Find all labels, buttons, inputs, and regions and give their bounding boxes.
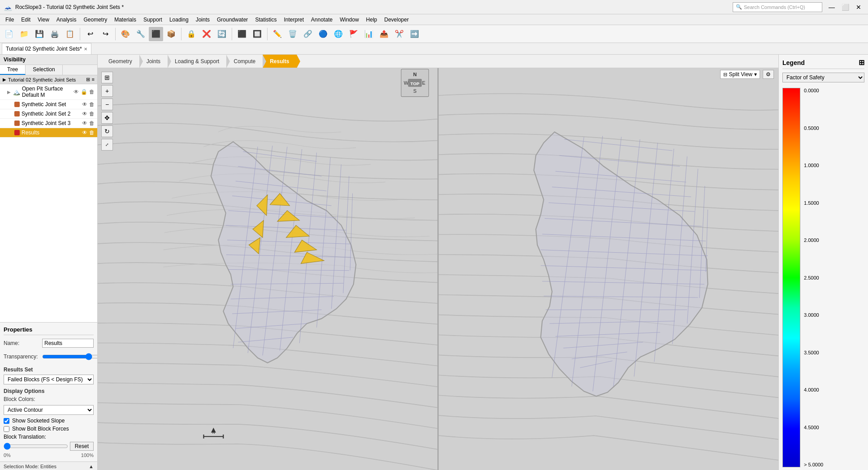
tb-circle[interactable]: 🔵 bbox=[316, 27, 330, 41]
eye-icon[interactable]: 👁 bbox=[82, 129, 87, 136]
tb-cut[interactable]: ✂️ bbox=[392, 27, 406, 41]
doc-tab-close[interactable]: ✕ bbox=[84, 47, 87, 52]
trash-icon[interactable]: 🗑 bbox=[89, 101, 95, 108]
menu-analysis[interactable]: Analysis bbox=[53, 16, 80, 24]
project-menu-icon[interactable]: ≡ bbox=[92, 77, 95, 82]
tb-close-sel[interactable]: ❌ bbox=[199, 27, 214, 41]
nav-loading[interactable]: Loading & Support bbox=[168, 55, 226, 68]
close-button[interactable]: ✕ bbox=[853, 3, 864, 12]
split-view-dropdown[interactable]: ▾ bbox=[754, 71, 757, 78]
maximize-button[interactable]: ⬜ bbox=[839, 3, 851, 12]
menu-joints[interactable]: Joints bbox=[192, 16, 213, 24]
zoom-in-btn[interactable]: + bbox=[101, 85, 113, 97]
reset-button[interactable]: Reset bbox=[70, 442, 94, 451]
menu-support[interactable]: Support bbox=[140, 16, 166, 24]
tb-undo[interactable]: ↩ bbox=[83, 27, 97, 41]
tb-color[interactable]: 🎨 bbox=[118, 27, 133, 41]
menu-developer[interactable]: Developer bbox=[381, 16, 413, 24]
nav-geometry[interactable]: Geometry bbox=[101, 55, 139, 68]
tb-arrow[interactable]: ➡️ bbox=[407, 27, 422, 41]
menu-interpret[interactable]: Interpret bbox=[280, 16, 307, 24]
eye-icon[interactable]: 👁 bbox=[82, 101, 87, 108]
tb-mesh[interactable]: 🔲 bbox=[250, 27, 264, 41]
transparency-slider[interactable] bbox=[42, 353, 97, 360]
expand-viewport-btn[interactable]: ⤢ bbox=[101, 139, 113, 151]
tb-flag[interactable]: 🚩 bbox=[346, 27, 361, 41]
block-colors-select[interactable]: Active Contour bbox=[4, 405, 94, 415]
lock-icon[interactable]: 🔒 bbox=[81, 89, 87, 95]
selection-mode-expand[interactable]: ▲ bbox=[89, 464, 94, 469]
surface-label: Open Pit Surface Default M bbox=[22, 86, 72, 98]
menu-geometry[interactable]: Geometry bbox=[80, 16, 111, 24]
tb-redo[interactable]: ↪ bbox=[98, 27, 112, 41]
results-set-select[interactable]: Failed Blocks (FS < Design FS) bbox=[4, 375, 94, 384]
menu-groundwater[interactable]: Groundwater bbox=[213, 16, 251, 24]
eye-icon[interactable]: 👁 bbox=[82, 111, 87, 117]
translation-slider[interactable] bbox=[4, 443, 68, 450]
menu-view[interactable]: View bbox=[34, 16, 53, 24]
tb-save[interactable]: 💾 bbox=[32, 27, 47, 41]
tb-lock[interactable]: 🔒 bbox=[184, 27, 199, 41]
minimize-button[interactable]: — bbox=[826, 3, 838, 12]
legend-select[interactable]: Factor of Safety bbox=[782, 73, 864, 82]
menu-window[interactable]: Window bbox=[336, 16, 363, 24]
tb-box[interactable]: 📦 bbox=[164, 27, 178, 41]
legend-expand-icon[interactable]: ⊞ bbox=[859, 58, 864, 67]
menu-loading[interactable]: Loading bbox=[166, 16, 192, 24]
zoom-extent-btn[interactable]: ⊞ bbox=[101, 72, 113, 83]
vis-tab-tree[interactable]: Tree bbox=[0, 65, 26, 75]
viewport-right[interactable] bbox=[439, 68, 778, 470]
trash-icon[interactable]: 🗑 bbox=[89, 111, 95, 117]
trash-icon[interactable]: 🗑 bbox=[89, 120, 95, 126]
tree-item-joint3[interactable]: Synthetic Joint Set 3 👁 🗑 bbox=[0, 119, 97, 128]
search-box[interactable]: 🔍 Search Commands (Ctrl+Q) bbox=[733, 2, 822, 12]
nav-results[interactable]: Results bbox=[263, 55, 296, 68]
vis-tab-selection[interactable]: Selection bbox=[26, 65, 62, 75]
menu-file[interactable]: File bbox=[2, 16, 17, 24]
tb-link[interactable]: 🔗 bbox=[301, 27, 315, 41]
tb-delete[interactable]: 🗑️ bbox=[285, 27, 300, 41]
name-input[interactable] bbox=[42, 339, 94, 348]
tb-materials[interactable]: 🔧 bbox=[134, 27, 148, 41]
tb-chart[interactable]: 📊 bbox=[362, 27, 376, 41]
project-collapse-icon[interactable]: ⊞ bbox=[86, 77, 90, 82]
menu-help[interactable]: Help bbox=[363, 16, 381, 24]
pan-btn[interactable]: ✥ bbox=[101, 112, 113, 124]
block-colors-row: Block Colors: bbox=[4, 396, 94, 402]
tb-new[interactable]: 📄 bbox=[2, 27, 16, 41]
menu-edit[interactable]: Edit bbox=[17, 16, 34, 24]
tb-globe[interactable]: 🌐 bbox=[331, 27, 345, 41]
tb-select-rect[interactable]: ⬛ bbox=[235, 27, 249, 41]
tree-item-joint2[interactable]: Synthetic Joint Set 2 👁 🗑 bbox=[0, 109, 97, 119]
tb-export[interactable]: 📤 bbox=[377, 27, 391, 41]
tree-content: ▶ Tutorial 02 Synthetic Joint Sets ⊞ ≡ ▶… bbox=[0, 75, 97, 322]
tree-item-surface[interactable]: ▶ 🏔️ Open Pit Surface Default M 👁 🔒 🗑 bbox=[0, 84, 97, 100]
eye-icon[interactable]: 👁 bbox=[73, 89, 79, 95]
doc-tab[interactable]: Tutorial 02 Synthetic Joint Sets* ✕ bbox=[2, 43, 91, 54]
tb-open[interactable]: 📁 bbox=[17, 27, 31, 41]
legend-label-6: 3.0000 bbox=[804, 312, 823, 318]
viewport-left[interactable]: N S E W TOP N bbox=[98, 68, 437, 470]
rotate-btn[interactable]: ↻ bbox=[101, 125, 113, 137]
doc-tab-label: Tutorial 02 Synthetic Joint Sets* bbox=[6, 46, 82, 52]
tb-draw[interactable]: ✏️ bbox=[270, 27, 285, 41]
menu-materials[interactable]: Materials bbox=[111, 16, 140, 24]
tree-item-joint1[interactable]: Synthetic Joint Set 👁 🗑 bbox=[0, 100, 97, 109]
menu-statistics[interactable]: Statistics bbox=[251, 16, 280, 24]
nav-compute[interactable]: Compute bbox=[226, 55, 263, 68]
zoom-out-btn[interactable]: − bbox=[101, 99, 113, 110]
nav-joints[interactable]: Joints bbox=[139, 55, 168, 68]
show-bolt-checkbox[interactable] bbox=[4, 426, 9, 432]
tree-item-results[interactable]: Results 👁 🗑 bbox=[0, 128, 97, 138]
trash-icon[interactable]: 🗑 bbox=[89, 89, 95, 95]
trash-icon[interactable]: 🗑 bbox=[89, 129, 95, 136]
legend-label-4: 2.0000 bbox=[804, 237, 823, 243]
eye-icon[interactable]: 👁 bbox=[82, 120, 87, 126]
show-socketed-checkbox[interactable] bbox=[4, 418, 9, 424]
viewport-settings-btn[interactable]: ⚙ bbox=[763, 70, 774, 79]
menu-annotate[interactable]: Annotate bbox=[307, 16, 336, 24]
tb-copy[interactable]: 📋 bbox=[63, 27, 77, 41]
tb-rotate[interactable]: 🔄 bbox=[215, 27, 229, 41]
tb-print[interactable]: 🖨️ bbox=[48, 27, 62, 41]
tb-block[interactable]: ⬛ bbox=[149, 27, 163, 41]
